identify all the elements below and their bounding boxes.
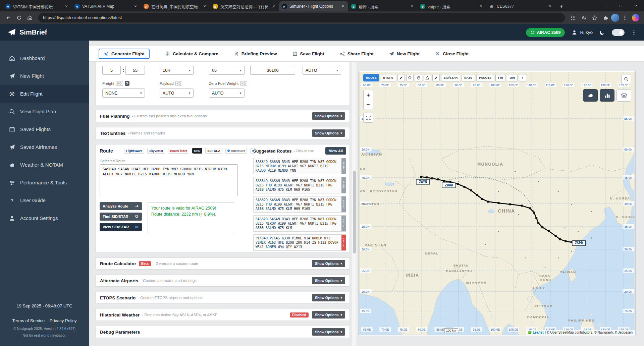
- toggle-etops[interactable]: ETOPS: [381, 74, 396, 81]
- close-flight-button[interactable]: Close Flight: [435, 51, 469, 56]
- terrain-layer-button[interactable]: [600, 89, 614, 102]
- suggested-route-item[interactable]: SAS82D SASAN R343 HFE B208 TYN W87 GODON…: [253, 196, 346, 213]
- tab-close-icon[interactable]: ×: [271, 4, 276, 9]
- show-options-button[interactable]: Show Options: [312, 112, 345, 120]
- apps-button[interactable]: [568, 13, 578, 23]
- secondary-select[interactable]: 06: [209, 66, 245, 75]
- briefing-preview-button[interactable]: Briefing Preview: [234, 51, 277, 56]
- reload-button[interactable]: [14, 13, 24, 23]
- airac-badge[interactable]: AIRAC 2509: [526, 28, 565, 37]
- zoom-out-button[interactable]: −: [364, 100, 373, 110]
- runway-select[interactable]: 16R: [160, 66, 194, 75]
- payload-select[interactable]: AUTO: [160, 89, 194, 98]
- draw-tool-button[interactable]: [397, 74, 405, 81]
- tab-close-icon[interactable]: ×: [409, 4, 415, 9]
- browser-tab[interactable]: E英文陆空对话范例—飞行员×: [210, 1, 279, 11]
- privacy-link[interactable]: Privacy Policy: [50, 318, 77, 323]
- globe-view-button[interactable]: [415, 74, 422, 81]
- extensions-button[interactable]: [600, 13, 610, 23]
- view-all-button[interactable]: View All: [325, 147, 346, 155]
- tab-close-icon[interactable]: ×: [202, 4, 207, 9]
- base-layers-button[interactable]: [616, 89, 631, 102]
- provider-skyvector[interactable]: SkyVector: [147, 148, 165, 154]
- map-search-button[interactable]: [621, 74, 631, 84]
- window-maximize-button[interactable]: □: [613, 0, 629, 11]
- show-options-button[interactable]: Show Options: [312, 129, 345, 137]
- show-options-button[interactable]: Show Options: [312, 328, 345, 336]
- dep-time-hour-input[interactable]: [102, 66, 121, 75]
- generate-flight-button[interactable]: Generate Flight: [99, 49, 150, 59]
- provider-grd[interactable]: GRD: [192, 148, 203, 154]
- sidebar-item-account-settings[interactable]: Account Settings: [0, 209, 89, 227]
- sidebar-item-saved-airframes[interactable]: Saved Airframes: [0, 138, 89, 156]
- header-menu-button[interactable]: [631, 30, 637, 35]
- sidebar-item-performance-tools[interactable]: Performance & Tools: [0, 174, 89, 191]
- new-tab-button[interactable]: +: [557, 2, 566, 11]
- suggested-route-item[interactable]: SAS84D SASAN R343 HFE B208 TYN W87 GODON…: [253, 158, 346, 174]
- sidebar-item-weather-notam[interactable]: Weather & NOTAM: [0, 156, 89, 174]
- analyze-route-button[interactable]: Analyze Route: [100, 202, 142, 210]
- home-button[interactable]: [25, 13, 35, 23]
- view-sid-star-button[interactable]: View SID/STAR: [100, 223, 142, 231]
- browser-tab[interactable]: ⊕CES6377×: [486, 1, 555, 11]
- toggle-route[interactable]: ROUTE: [363, 74, 379, 81]
- scrollbar-thumb[interactable]: [353, 171, 356, 253]
- sidebar-item-user-guide[interactable]: User Guide: [0, 191, 89, 209]
- show-options-button[interactable]: Show Options: [312, 260, 345, 267]
- sidebar-item-view-flight-plan[interactable]: View Flight Plan: [0, 103, 89, 120]
- tab-close-icon[interactable]: ×: [133, 4, 138, 9]
- new-flight-button[interactable]: New Flight: [389, 51, 420, 56]
- hazards-button[interactable]: [424, 74, 431, 81]
- sidebar-item-saved-flights[interactable]: Saved Flights: [0, 120, 89, 138]
- find-sid-star-button[interactable]: Find SID/STAR: [100, 213, 142, 221]
- annotate-button[interactable]: [432, 74, 440, 81]
- altitude-input[interactable]: [250, 66, 295, 75]
- freight-select[interactable]: NONE: [102, 89, 145, 98]
- sidebar-item-dashboard[interactable]: Dashboard: [0, 49, 89, 67]
- terms-link[interactable]: Terms of Service: [12, 318, 45, 323]
- tab-close-icon[interactable]: ×: [547, 4, 553, 9]
- browser-menu-button[interactable]: [620, 13, 630, 23]
- route-map[interactable]: 55.0N55.0N50.0N50.0N45.0N45.0N40.0N40.0N…: [359, 72, 635, 335]
- provider-flightaware[interactable]: FlightAware: [124, 148, 145, 154]
- toggle-nats[interactable]: NATS: [462, 74, 475, 81]
- browser-tab-active[interactable]: ▸SimBrief - Flight Options×: [279, 1, 348, 11]
- suggested-route-item[interactable]: SAS82D SASAN R343 HFE B208 TYN W87 GODON…: [253, 215, 346, 232]
- toggle-sid-star[interactable]: SID/STAR: [441, 74, 460, 81]
- browser-tab[interactable]: bvatprc - 搜索×: [417, 1, 486, 11]
- suggested-route-item[interactable]: SAS84D SASAN R343 HFE B208 TYN W87 GODON…: [253, 177, 346, 193]
- window-close-button[interactable]: ×: [629, 0, 644, 11]
- back-button[interactable]: [3, 13, 13, 23]
- leaflet-link[interactable]: Leaflet: [533, 331, 543, 334]
- address-bar[interactable]: https://dispatch.simbrief.com/options/la…: [38, 13, 565, 22]
- tab-close-icon[interactable]: ×: [340, 4, 345, 9]
- show-options-button[interactable]: Show Options: [312, 294, 345, 301]
- provider-edi-gla[interactable]: EDI-GLA: [205, 148, 222, 154]
- share-flight-button[interactable]: Share Flight: [340, 51, 374, 56]
- calculate-compare-button[interactable]: Calculate & Compare: [165, 51, 218, 56]
- zfw-select[interactable]: AUTO: [209, 89, 245, 98]
- profile-avatar[interactable]: [611, 14, 619, 22]
- browser-tab[interactable]: VVATSIM 中国分部论坛×: [3, 1, 72, 11]
- zoom-in-button[interactable]: +: [364, 90, 373, 100]
- copilot-icon[interactable]: [632, 14, 639, 21]
- toggle-fir[interactable]: FIR: [495, 74, 506, 81]
- show-options-button[interactable]: Show Options: [312, 311, 345, 319]
- tab-close-icon[interactable]: ×: [478, 4, 484, 9]
- weather-layer-button[interactable]: [583, 89, 598, 102]
- sidebar-item-edit-flight[interactable]: Edit Flight: [0, 85, 89, 103]
- page-scrollbar[interactable]: [352, 62, 357, 346]
- browser-tab[interactable]: b翻译 - 搜索×: [348, 1, 417, 11]
- sidebar-item-new-flight[interactable]: New Flight: [0, 67, 89, 85]
- toggle-uir[interactable]: UIR: [507, 74, 518, 81]
- tab-close-icon[interactable]: ×: [64, 4, 69, 9]
- window-minimize-button[interactable]: –: [598, 0, 613, 11]
- fullscreen-button[interactable]: [363, 113, 373, 123]
- auto-select[interactable]: AUTO: [303, 66, 341, 75]
- save-flight-button[interactable]: Save Flight: [292, 51, 324, 56]
- dep-time-minute-input[interactable]: [125, 66, 145, 75]
- freight-help-button[interactable]: ?: [125, 81, 129, 86]
- user-menu[interactable]: Ri kyo: [572, 30, 593, 35]
- contrast-toggle-button[interactable]: ◐: [519, 74, 526, 81]
- translate-button[interactable]: [579, 13, 589, 23]
